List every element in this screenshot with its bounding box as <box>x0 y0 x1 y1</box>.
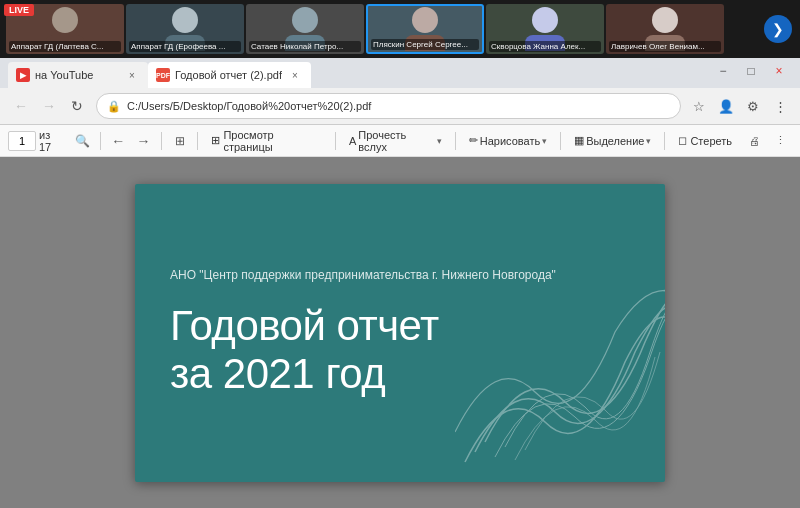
slide-title: Годовой отчетза 2021 год <box>170 302 630 399</box>
pdf-page-total: из 17 <box>39 129 64 153</box>
tab-youtube[interactable]: ▶ на YouTube × <box>8 62 148 88</box>
address-box[interactable]: 🔒 C:/Users/Б/Desktop/Годовой%20отчет%20(… <box>96 93 681 119</box>
participants-nav-button[interactable]: ❯ <box>764 15 792 43</box>
participant-tile-4[interactable]: Пляскин Сергей Сергее... <box>366 4 484 54</box>
read-aloud-label: Прочесть вслух <box>358 129 434 153</box>
pdf-toolbar: из 17 🔍 ← → ⊞ ⊞ Просмотр страницы A Проч… <box>0 125 800 157</box>
main-area: ▶ на YouTube × PDF Годовой отчет (2).pdf… <box>0 58 800 508</box>
pdf-favicon: PDF <box>156 68 170 82</box>
pdf-page-info: из 17 <box>8 129 64 153</box>
pdf-highlight-button[interactable]: ▦ Выделение ▾ <box>568 129 657 153</box>
participant-tile-3[interactable]: Сатаев Николай Петро... <box>246 4 364 54</box>
settings-icon[interactable]: ⋮ <box>768 94 792 118</box>
pdf-separator-6 <box>560 132 561 150</box>
pdf-separator-1 <box>100 132 101 150</box>
erase-icon: ◻ <box>678 134 687 147</box>
tab-youtube-title: на YouTube <box>35 69 119 81</box>
forward-button[interactable]: → <box>36 93 62 119</box>
address-lock-icon: 🔒 <box>107 100 121 113</box>
read-aloud-dropdown-icon: ▾ <box>437 136 442 146</box>
pdf-search-icon[interactable]: 🔍 <box>72 130 93 152</box>
pdf-separator-3 <box>197 132 198 150</box>
view-page-label: Просмотр страницы <box>223 129 322 153</box>
read-aloud-icon: A <box>349 135 356 147</box>
pdf-draw-button[interactable]: ✏ Нарисовать ▾ <box>463 129 553 153</box>
video-participants-container: Аппарат ГД (Лаптева С... Аппарат ГД (Еро… <box>0 0 764 58</box>
profile-icon[interactable]: 👤 <box>714 94 738 118</box>
live-badge: LIVE <box>4 4 34 16</box>
youtube-favicon: ▶ <box>16 68 30 82</box>
address-bar-row: ← → ↻ 🔒 C:/Users/Б/Desktop/Годовой%20отч… <box>0 88 800 124</box>
participant-label-5: Скворцова Жанна Алек... <box>489 41 601 52</box>
pdf-separator-4 <box>335 132 336 150</box>
pdf-back-icon[interactable]: ← <box>108 130 129 152</box>
participant-label-1: Аппарат ГД (Лаптева С... <box>9 41 121 52</box>
highlight-icon: ▦ <box>574 134 584 147</box>
pdf-action-1[interactable]: 🖨 <box>742 129 766 153</box>
pdf-erase-button[interactable]: ◻ Стереть <box>672 129 738 153</box>
pdf-slide: АНО "Центр поддержки предпринимательства… <box>135 184 665 482</box>
highlight-label: Выделение <box>586 135 644 147</box>
highlight-dropdown-icon: ▾ <box>646 136 651 146</box>
view-page-icon: ⊞ <box>211 134 220 147</box>
participant-label-4: Пляскин Сергей Сергее... <box>371 39 479 50</box>
draw-icon: ✏ <box>469 134 478 147</box>
window-close-button[interactable]: × <box>766 58 792 84</box>
back-button[interactable]: ← <box>8 93 34 119</box>
pdf-forward-icon[interactable]: → <box>133 130 154 152</box>
pdf-separator-5 <box>455 132 456 150</box>
reload-button[interactable]: ↻ <box>64 93 90 119</box>
tab-pdf[interactable]: PDF Годовой отчет (2).pdf × <box>148 62 311 88</box>
chevron-right-icon: ❯ <box>772 22 784 36</box>
browser-actions: ☆ 👤 ⚙ ⋮ <box>687 94 792 118</box>
browser-chrome: ▶ на YouTube × PDF Годовой отчет (2).pdf… <box>0 58 800 125</box>
participant-label-3: Сатаев Николай Петро... <box>249 41 361 52</box>
pdf-separator-7 <box>664 132 665 150</box>
window-maximize-button[interactable]: □ <box>738 58 764 84</box>
pdf-separator-2 <box>161 132 162 150</box>
slide-content: АНО "Центр поддержки предпринимательства… <box>135 184 665 482</box>
participant-tile-2[interactable]: Аппарат ГД (Ерофеева ... <box>126 4 244 54</box>
pdf-read-aloud-button[interactable]: A Прочесть вслух ▾ <box>343 129 448 153</box>
participant-label-2: Аппарат ГД (Ерофеева ... <box>129 41 241 52</box>
pdf-zoom-icon[interactable]: ⊞ <box>169 130 190 152</box>
erase-label: Стереть <box>690 135 732 147</box>
draw-dropdown-icon: ▾ <box>542 136 547 146</box>
pdf-content-area: АНО "Центр поддержки предпринимательства… <box>0 157 800 508</box>
nav-controls: ← → ↻ <box>8 93 90 119</box>
pdf-action-2[interactable]: ⋮ <box>768 129 792 153</box>
participant-tile-6[interactable]: Лавричев Олег Вениам... <box>606 4 724 54</box>
participant-tile-5[interactable]: Скворцова Жанна Алек... <box>486 4 604 54</box>
participant-label-6: Лавричев Олег Вениам... <box>609 41 721 52</box>
draw-label: Нарисовать <box>480 135 540 147</box>
address-text: C:/Users/Б/Desktop/Годовой%20отчет%20(2)… <box>127 100 670 112</box>
pdf-view-page-button[interactable]: ⊞ Просмотр страницы <box>205 129 328 153</box>
pdf-page-input[interactable] <box>8 131 36 151</box>
tab-pdf-title: Годовой отчет (2).pdf <box>175 69 282 81</box>
bookmark-icon[interactable]: ☆ <box>687 94 711 118</box>
tab-youtube-close[interactable]: × <box>124 67 140 83</box>
extensions-icon[interactable]: ⚙ <box>741 94 765 118</box>
window-minimize-button[interactable]: − <box>710 58 736 84</box>
tab-pdf-close[interactable]: × <box>287 67 303 83</box>
slide-org-name: АНО "Центр поддержки предпринимательства… <box>170 267 630 284</box>
tab-bar: ▶ на YouTube × PDF Годовой отчет (2).pdf… <box>0 58 800 88</box>
video-participants-bar: LIVE Аппарат ГД (Лаптева С... Аппарат ГД… <box>0 0 800 58</box>
